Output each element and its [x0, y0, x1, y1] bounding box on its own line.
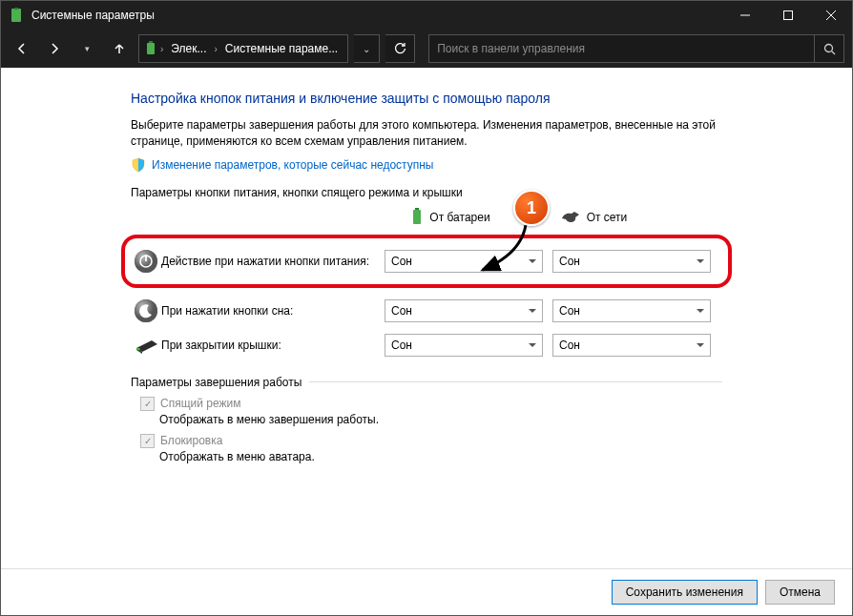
svg-rect-1 [14, 8, 18, 10]
address-bar[interactable]: › Элек... › Системные параме... [138, 34, 348, 63]
cancel-button[interactable]: Отмена [765, 580, 835, 605]
battery-icon [410, 207, 424, 229]
chevron-right-icon: › [213, 44, 219, 54]
footer: Сохранить изменения Отмена [1, 568, 852, 615]
window-controls [723, 1, 852, 30]
plug-icon [560, 210, 581, 226]
svg-rect-7 [149, 41, 153, 43]
svg-rect-3 [783, 11, 792, 20]
up-button[interactable] [106, 35, 133, 62]
close-button[interactable] [809, 1, 852, 30]
moon-icon [131, 298, 161, 323]
address-dropdown[interactable]: ⌄ [354, 34, 380, 63]
power-options-icon [9, 8, 24, 23]
save-button[interactable]: Сохранить изменения [612, 580, 758, 605]
lock-checkbox-row: ✓ Блокировка [140, 434, 722, 448]
content-area: Настройка кнопок питания и включение защ… [1, 68, 852, 615]
sleep-checkbox: ✓ [140, 397, 155, 411]
navbar: ▾ › Элек... › Системные параме... ⌄ [1, 30, 852, 68]
change-unavailable-link[interactable]: Изменение параметров, которые сейчас нед… [152, 158, 434, 172]
window: Системные параметры ▾ › Элек... › Систем… [0, 0, 853, 616]
power-plugged-dropdown[interactable]: Сон [552, 250, 711, 273]
titlebar: Системные параметры [1, 1, 852, 30]
plugged-column-label: От сети [587, 211, 628, 224]
page-title: Настройка кнопок питания и включение защ… [131, 91, 722, 106]
sleep-checkbox-label: Спящий режим [160, 397, 240, 410]
lid-label: При закрытии крышки: [161, 339, 385, 352]
search-input[interactable] [429, 42, 814, 55]
sleep-button-label: При нажатии кнопки сна: [161, 304, 385, 318]
power-button-row: Действие при нажатии кнопки питания: Сон… [131, 244, 722, 278]
battery-icon [143, 41, 158, 56]
sleep-checkbox-sub: Отображать в меню завершения работы. [159, 413, 722, 426]
breadcrumb-item[interactable]: Системные параме... [219, 42, 343, 55]
sleep-battery-dropdown[interactable]: Сон [385, 299, 543, 322]
page-description: Выберите параметры завершения работы для… [131, 117, 722, 150]
svg-rect-6 [147, 43, 155, 54]
lid-plugged-dropdown[interactable]: Сон [552, 334, 711, 357]
annotation-badge: 1 [513, 190, 550, 226]
sleep-button-row: При нажатии кнопки сна: Сон Сон [131, 294, 722, 328]
column-headers: От батареи От сети [131, 207, 722, 229]
minimize-button[interactable] [723, 1, 766, 30]
svg-point-18 [136, 348, 140, 350]
highlight-box: Действие при нажатии кнопки питания: Сон… [121, 235, 732, 288]
window-title: Системные параметры [31, 9, 723, 22]
refresh-button[interactable] [385, 34, 415, 63]
svg-rect-11 [415, 208, 419, 210]
lock-checkbox-sub: Отображать в меню аватара. [159, 450, 722, 463]
svg-line-9 [831, 51, 835, 54]
lock-checkbox-label: Блокировка [160, 434, 222, 447]
sleep-plugged-dropdown[interactable]: Сон [552, 299, 711, 322]
lid-row: При закрытии крышки: Сон Сон [131, 328, 722, 362]
back-button[interactable] [9, 35, 35, 62]
lid-battery-dropdown[interactable]: Сон [385, 334, 543, 357]
svg-rect-10 [413, 210, 421, 224]
maximize-button[interactable] [766, 1, 809, 30]
power-button-label: Действие при нажатии кнопки питания: [161, 255, 385, 268]
lock-checkbox: ✓ [140, 434, 155, 448]
breadcrumb-item[interactable]: Элек... [165, 42, 212, 55]
power-icon [131, 249, 161, 274]
annotation-arrow [468, 220, 535, 277]
search-icon[interactable] [814, 35, 843, 62]
svg-point-8 [824, 44, 832, 51]
section-shutdown-title: Параметры завершения работы [131, 376, 722, 389]
laptop-icon [131, 335, 161, 356]
section-buttons-title: Параметры кнопки питания, кнопки спящего… [131, 186, 722, 199]
search-box[interactable] [428, 34, 844, 63]
shield-icon [131, 157, 146, 173]
sleep-checkbox-row: ✓ Спящий режим [140, 397, 722, 411]
svg-rect-0 [11, 9, 21, 22]
recent-dropdown[interactable]: ▾ [73, 35, 100, 62]
forward-button[interactable] [41, 35, 68, 62]
chevron-right-icon: › [158, 44, 165, 54]
